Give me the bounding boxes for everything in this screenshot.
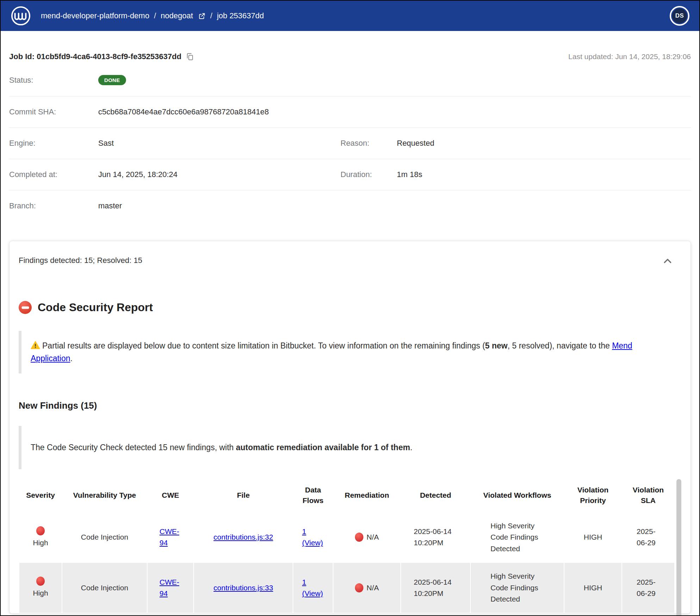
job-details: Job Id: 01cb5fd9-4ca6-4013-8cf9-fe352536… — [1, 49, 699, 221]
no-entry-icon — [19, 301, 32, 314]
completed-label: Completed at: — [9, 170, 98, 179]
breadcrumb-repo[interactable]: nodegoat — [161, 11, 193, 20]
violation-sla-cell: 2025-06-29 — [622, 563, 674, 613]
report-title: Code Security Report — [19, 301, 681, 314]
breadcrumb: mend-developer-platform-demo / nodegoat … — [41, 11, 264, 20]
vulnerability-type-cell: Code Injection — [62, 513, 147, 562]
vulnerability-type-cell: Code Injection — [62, 563, 147, 613]
detected-cell: 2025-06-14 10:20PM — [401, 513, 470, 562]
data-flows-link[interactable]: 1 (View) — [302, 526, 324, 549]
data-flows-cell: 1 (View) — [293, 563, 333, 613]
cwe-link[interactable]: CWE-94 — [160, 577, 181, 599]
reason-value: Requested — [397, 139, 691, 148]
table-row: High Code Injection CWE-94 contributions… — [19, 513, 674, 562]
table-scrollbar-thumb[interactable] — [676, 479, 681, 616]
remediation-cell: N/A — [333, 513, 400, 562]
engine-reason-row: Engine: Sast Reason: Requested — [9, 127, 691, 159]
status-badge: DONE — [98, 75, 126, 85]
high-severity-icon — [36, 526, 45, 535]
table-header-row: Severity Vulnerability Type CWE File Dat… — [19, 479, 674, 512]
last-updated: Last updated: Jun 14, 2025, 18:29:06 — [568, 52, 691, 61]
completed-value: Jun 14, 2025, 18:20:24 — [98, 170, 340, 179]
commit-row: Commit SHA: c5cb68a7084e4ae7dcc60e6a9876… — [9, 96, 691, 127]
reason-label: Reason: — [340, 139, 397, 148]
findings-card-header: Findings detected: 15; Resolved: 15 — [19, 256, 681, 266]
table-row: High Code Injection CWE-94 contributions… — [19, 563, 674, 613]
completed-duration-row: Completed at: Jun 14, 2025, 18:20:24 Dur… — [9, 159, 691, 190]
severity-label: High — [33, 537, 48, 549]
remediation-status-icon — [355, 583, 363, 592]
status-label: Status: — [9, 76, 98, 85]
col-remediation: Remediation — [333, 479, 400, 512]
page: mend-developer-platform-demo / nodegoat … — [0, 0, 700, 616]
warning-text-mid: , 5 resolved), navigate to the — [508, 341, 612, 350]
remediation-cell: N/A — [333, 563, 400, 613]
breadcrumb-separator: / — [154, 11, 156, 20]
cwe-link[interactable]: CWE-94 — [160, 526, 181, 549]
file-cell: contributions.js:32 — [194, 513, 293, 562]
table-scrollbar — [676, 479, 681, 616]
data-flows-cell: 1 (View) — [293, 513, 333, 562]
remediation-status-icon — [355, 533, 363, 542]
warning-bold: 5 new — [485, 341, 508, 350]
warning-text-after: . — [70, 354, 73, 363]
findings-summary: Findings detected: 15; Resolved: 15 — [19, 256, 142, 265]
mend-logo-icon[interactable] — [11, 6, 31, 26]
findings-table: Severity Vulnerability Type CWE File Dat… — [19, 478, 675, 614]
summary-text-after: . — [410, 443, 412, 452]
avatar[interactable]: DS — [670, 6, 689, 26]
violated-workflows-cell: High Severity Code Findings Detected — [471, 513, 564, 562]
summary-bold: automatic remediation available for 1 of… — [236, 443, 410, 452]
detected-cell: 2025-06-14 10:20PM — [401, 563, 470, 613]
branch-value: master — [98, 201, 340, 210]
findings-card: Findings detected: 15; Resolved: 15 Code… — [10, 241, 690, 614]
col-data-flows: Data Flows — [293, 479, 333, 512]
status-row: Status: DONE — [9, 64, 691, 96]
col-violation-sla: Violation SLA — [622, 479, 674, 512]
file-cell: contributions.js:33 — [194, 563, 293, 613]
col-severity: Severity — [19, 479, 62, 512]
navbar: mend-developer-platform-demo / nodegoat … — [1, 1, 699, 31]
col-vulnerability-type: Vulnerability Type — [62, 479, 147, 512]
copy-job-id-button[interactable] — [186, 52, 195, 61]
col-detected: Detected — [401, 479, 470, 512]
violation-priority-cell: HIGH — [564, 513, 621, 562]
breadcrumb-job[interactable]: job 253637dd — [217, 11, 264, 20]
new-findings-heading: New Findings (15) — [19, 400, 681, 411]
col-file: File — [194, 479, 293, 512]
col-violation-priority: Violation Priority — [564, 479, 621, 512]
violated-workflows-cell: High Severity Code Findings Detected — [471, 563, 564, 613]
branch-label: Branch: — [9, 201, 98, 210]
col-cwe: CWE — [148, 479, 193, 512]
external-link-icon[interactable] — [198, 12, 206, 20]
breadcrumb-separator: / — [210, 11, 212, 20]
severity-label: High — [33, 587, 48, 599]
engine-label: Engine: — [9, 139, 98, 148]
commit-label: Commit SHA: — [9, 107, 98, 117]
file-link[interactable]: contributions.js:33 — [213, 582, 273, 594]
findings-count-summary: The Code Security Check detected 15 new … — [19, 426, 681, 469]
severity-cell: High — [23, 526, 58, 549]
duration-value: 1m 18s — [397, 170, 691, 179]
data-flows-link[interactable]: 1 (View) — [302, 577, 324, 599]
duration-label: Duration: — [340, 170, 397, 179]
summary-text-before: The Code Security Check detected 15 new … — [31, 443, 236, 452]
severity-cell: High — [23, 577, 58, 599]
branch-row: Branch: master — [9, 190, 691, 221]
collapse-button[interactable] — [662, 256, 673, 266]
job-id-text: Job Id: 01cb5fd9-4ca6-4013-8cf9-fe352536… — [9, 52, 181, 61]
report-title-text: Code Security Report — [38, 301, 153, 314]
avatar-initials: DS — [672, 8, 687, 23]
warning-icon — [31, 341, 40, 350]
high-severity-icon — [36, 577, 45, 586]
chevron-up-icon — [662, 256, 673, 266]
partial-results-warning: Partial results are displayed below due … — [19, 331, 681, 373]
cwe-cell: CWE-94 — [148, 513, 193, 562]
violation-sla-cell: 2025-06-29 — [622, 513, 674, 562]
cwe-cell: CWE-94 — [148, 563, 193, 613]
file-link[interactable]: contributions.js:32 — [213, 532, 273, 543]
engine-value: Sast — [98, 139, 340, 148]
breadcrumb-repo-group[interactable]: mend-developer-platform-demo — [41, 11, 149, 20]
findings-table-container: Severity Vulnerability Type CWE File Dat… — [19, 478, 681, 614]
commit-value: c5cb68a7084e4ae7dcc60e6a98768720a81841e8 — [98, 107, 691, 117]
